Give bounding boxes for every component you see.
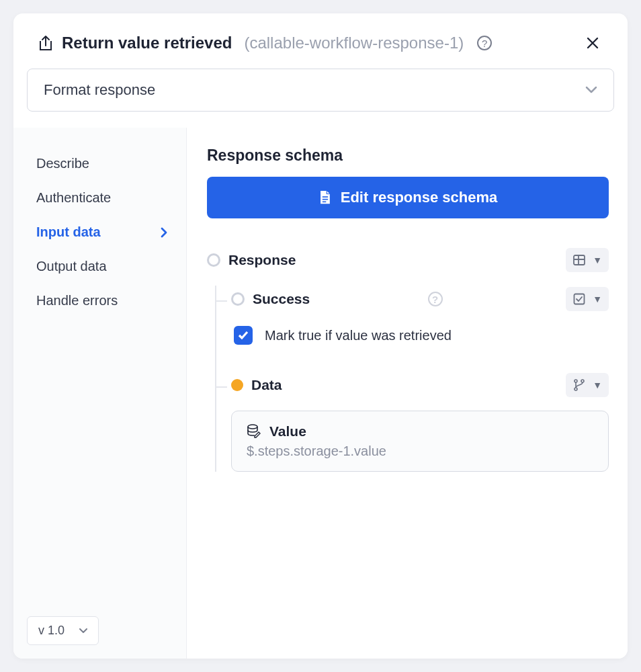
- checkbox-checked-icon[interactable]: [234, 326, 253, 345]
- sidebar-item-authenticate[interactable]: Authenticate: [36, 181, 173, 215]
- edit-response-schema-button[interactable]: Edit response schema: [207, 177, 609, 218]
- sidebar-item-input-data[interactable]: Input data: [36, 215, 173, 249]
- tree-node-data[interactable]: Data ▼: [231, 372, 609, 398]
- data-value-box[interactable]: Value $.steps.storage-1.value: [231, 411, 609, 472]
- svg-rect-2: [323, 202, 327, 203]
- version-selector[interactable]: v 1.0: [27, 616, 99, 645]
- help-icon[interactable]: ?: [428, 292, 443, 306]
- sidebar-item-label: Input data: [36, 224, 101, 240]
- tree-label: Success: [253, 291, 310, 307]
- svg-point-6: [581, 380, 584, 382]
- success-checkbox-row[interactable]: Mark true if value was retrieved: [231, 326, 609, 345]
- return-value-icon: [38, 34, 54, 52]
- storage-icon: [247, 424, 261, 439]
- panel-header: Return value retrieved (callable-workflo…: [13, 13, 628, 54]
- svg-point-7: [574, 388, 577, 390]
- branch-icon: [572, 378, 586, 392]
- sidebar-item-describe[interactable]: Describe: [36, 146, 173, 181]
- tree-node-success[interactable]: Success ? ▼: [231, 286, 609, 312]
- tree-label: Response: [228, 252, 296, 268]
- chevron-down-icon: ▼: [593, 294, 602, 304]
- tree-label: Data: [251, 377, 282, 393]
- svg-point-5: [574, 380, 577, 382]
- tree-node-response[interactable]: Response ▼: [207, 247, 609, 274]
- svg-rect-1: [323, 199, 328, 200]
- sidebar-item-label: Output data: [36, 259, 107, 274]
- sidebar-item-handle-errors[interactable]: Handle errors: [36, 284, 173, 318]
- svg-point-8: [248, 425, 257, 429]
- main-content: Response schema Edit response schema Res…: [187, 128, 628, 659]
- value-label: Value: [269, 423, 306, 439]
- table-icon: [572, 253, 586, 267]
- panel-title: Return value retrieved: [62, 34, 232, 52]
- value-path: $.steps.storage-1.value: [247, 444, 593, 459]
- chevron-down-icon: ▼: [593, 380, 602, 390]
- response-type-badge[interactable]: ▼: [566, 248, 609, 272]
- data-type-badge[interactable]: ▼: [566, 373, 609, 397]
- checkbox-label: Mark true if value was retrieved: [265, 328, 452, 343]
- sidebar-item-label: Authenticate: [36, 190, 111, 206]
- edit-button-label: Edit response schema: [341, 189, 498, 206]
- chevron-down-icon: [79, 628, 87, 634]
- mode-dropdown[interactable]: Format response: [27, 69, 614, 112]
- panel-subtitle: (callable-workflow-response-1): [244, 34, 464, 52]
- chevron-down-icon: ▼: [593, 255, 602, 265]
- close-icon: [587, 37, 599, 49]
- sidebar-item-label: Describe: [36, 156, 89, 171]
- sidebar-item-label: Handle errors: [36, 293, 118, 308]
- bullet-required-icon: [231, 379, 243, 391]
- success-type-badge[interactable]: ▼: [566, 287, 609, 311]
- document-icon: [318, 190, 331, 205]
- chevron-right-icon: [161, 227, 167, 238]
- sidebar: Describe Authenticate Input data Output …: [13, 128, 187, 659]
- version-label: v 1.0: [38, 624, 65, 638]
- help-icon[interactable]: ?: [477, 36, 492, 50]
- svg-rect-4: [574, 294, 585, 304]
- mode-dropdown-label: Format response: [44, 81, 155, 99]
- bullet-ring-icon: [231, 292, 245, 306]
- checkbox-type-icon: [572, 292, 586, 306]
- bullet-ring-icon: [207, 253, 220, 267]
- svg-rect-0: [323, 196, 328, 198]
- svg-rect-3: [574, 255, 585, 265]
- close-button[interactable]: [582, 32, 603, 54]
- chevron-down-icon: [585, 86, 597, 94]
- section-title: Response schema: [207, 146, 609, 165]
- sidebar-item-output-data[interactable]: Output data: [36, 249, 173, 284]
